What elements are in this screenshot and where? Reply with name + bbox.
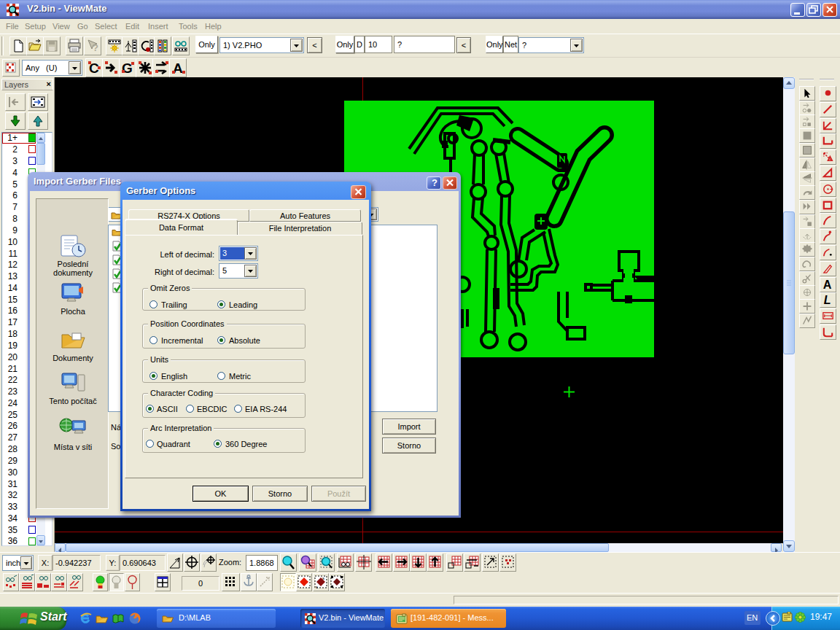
svg-text:L: L	[824, 293, 831, 306]
svg-text:A: A	[823, 278, 832, 291]
svg-text:G: G	[122, 61, 133, 76]
svg-text:s: s	[322, 576, 324, 580]
svg-text:s: s	[316, 585, 318, 589]
svg-text:?: ?	[93, 42, 98, 53]
